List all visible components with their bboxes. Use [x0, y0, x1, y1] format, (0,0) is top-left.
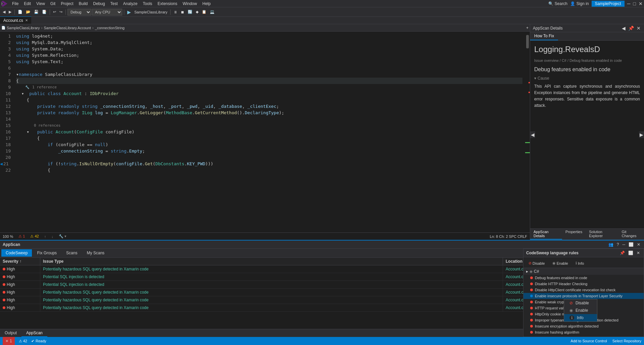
disable-btn[interactable]: ⊘ Disable	[526, 260, 547, 266]
menu-window[interactable]: Window	[180, 1, 200, 7]
menu-view[interactable]: View	[34, 1, 48, 7]
tab-my-scans[interactable]: My Scans	[82, 249, 109, 257]
codesweep-expand-btn[interactable]: ⬜	[627, 250, 634, 256]
extra-icon[interactable]: 🔧 ▾	[59, 234, 66, 239]
issue-link[interactable]: Potential SQL injection is detected	[43, 274, 104, 279]
cell-issue[interactable]: Potentially hazardous SQL query detected…	[40, 265, 503, 273]
info-btn[interactable]: ℹ Info	[573, 260, 586, 266]
issue-link[interactable]: Potentially hazardous SQL query detected…	[43, 305, 148, 310]
menu-tools[interactable]: Tools	[140, 1, 155, 7]
issue-breadcrumb[interactable]: Issue overview / C# / Debug features ena…	[534, 58, 640, 62]
editor-scrollbar[interactable]	[525, 32, 530, 232]
breadcrumb-member[interactable]: _connectionString	[95, 26, 125, 30]
toolbar-new-project[interactable]: 📄	[16, 9, 24, 15]
appscan-close-btn[interactable]: ✕	[636, 242, 641, 247]
toolbar-redo[interactable]: ↪	[58, 9, 64, 15]
toolbar-refresh[interactable]: 🔄	[186, 9, 194, 15]
cs-rule-item[interactable]: Debug features enabled in code	[523, 275, 644, 281]
breadcrumb-lib[interactable]: SampleClassLibrary	[7, 26, 40, 30]
toolbar-navigate-fwd[interactable]: ▶	[7, 9, 13, 15]
cs-rule-item[interactable]: Insecure encryption algorithm detected	[523, 323, 644, 329]
tab-output[interactable]: Output	[0, 330, 21, 337]
scrollbar-thumb[interactable]	[526, 35, 529, 48]
panel-collapse-btn[interactable]: ◀	[621, 25, 626, 32]
ctx-disable[interactable]: ⊘ Disable	[564, 299, 597, 307]
col-severity[interactable]: Severity ↑	[0, 258, 40, 265]
code-editor[interactable]: 12345 678910 1112131415 1617181920 ◀21 2…	[0, 32, 530, 232]
toolbar-save-all[interactable]: 📑	[41, 9, 48, 15]
select-repository[interactable]: Select Repository	[612, 339, 641, 343]
panel-close-btn[interactable]: ✕	[636, 25, 641, 32]
sign-in-button[interactable]: 👤 Sign in	[570, 1, 589, 6]
menu-build[interactable]: Build	[76, 1, 91, 7]
breadcrumb-add-icon[interactable]: +	[526, 26, 528, 30]
menu-file[interactable]: File	[9, 1, 21, 7]
menu-analyze[interactable]: Analyze	[121, 1, 140, 7]
config-dropdown[interactable]: Debug Release	[67, 9, 91, 15]
nav-down[interactable]: ↓	[51, 234, 53, 239]
cs-rule-item-highlighted[interactable]: Enable insecure protocols in Transport L…	[523, 293, 644, 299]
code-content[interactable]: using log4net; using MySql.Data.MySqlCli…	[13, 32, 525, 232]
cell-issue[interactable]: Potential SQL injection is detected	[40, 273, 503, 281]
add-source-control[interactable]: Add to Source Control	[571, 339, 607, 343]
tab-close-icon[interactable]: ✕	[25, 18, 28, 22]
codesweep-close-btn[interactable]: ✕	[636, 250, 641, 256]
codesweep-pin-btn[interactable]: 📌	[619, 250, 626, 256]
toolbar-save[interactable]: 💾	[33, 9, 40, 15]
toolbar-extra4[interactable]: 📋	[200, 9, 208, 15]
details-scroll-left[interactable]: ◀	[530, 131, 535, 138]
toolbar-extra2[interactable]: ⏹	[179, 9, 186, 15]
enable-btn[interactable]: ◉ Enable	[550, 260, 570, 266]
cs-rule-item[interactable]: Disable HttpClient certificate revocatio…	[523, 287, 644, 293]
panel-pin-btn[interactable]: 📌	[628, 25, 635, 32]
cs-rule-item[interactable]: Enable weak crypto i (TLS) ⊘ Disable ◉ E…	[523, 299, 644, 305]
cell-issue[interactable]: Potential SQL injection is detected	[40, 281, 503, 288]
tab-fix-groups[interactable]: Fix Groups	[33, 249, 61, 257]
minimize-button[interactable]: ─	[627, 1, 631, 6]
issue-link[interactable]: Potentially hazardous SQL query detected…	[43, 267, 148, 271]
cell-issue[interactable]: Potentially hazardous SQL query detected…	[40, 296, 503, 304]
menu-test[interactable]: Test	[108, 1, 121, 7]
issue-link[interactable]: Potentially hazardous SQL query detected…	[43, 298, 148, 302]
toolbar-extra1[interactable]: ⏸	[172, 9, 179, 15]
menu-project[interactable]: Project	[58, 1, 76, 7]
tab-git-changes[interactable]: Git Changes	[618, 229, 644, 240]
tab-appscan-details[interactable]: AppScan Details	[530, 229, 562, 240]
tab-scans[interactable]: Scans	[62, 249, 82, 257]
zoom-level[interactable]: 100 %	[3, 234, 13, 239]
cs-rule-item[interactable]: Disable HTTP Header Checking	[523, 281, 644, 287]
cause-label[interactable]: ▾ Cause	[534, 76, 640, 81]
details-scroll-right[interactable]: ▶	[639, 131, 644, 138]
appscan-users-icon[interactable]: 👥	[607, 242, 614, 247]
issue-link[interactable]: Potential SQL injection is detected	[43, 282, 104, 287]
menu-edit[interactable]: Edit	[21, 1, 34, 7]
nav-up[interactable]: ↑	[44, 234, 46, 239]
tab-solution-explorer[interactable]: Solution Explorer	[586, 229, 618, 240]
toolbar-undo[interactable]: ↩	[52, 9, 57, 15]
toolbar-extra5[interactable]: 💻	[209, 9, 216, 15]
toolbar-navigate-back[interactable]: ◀	[1, 9, 7, 15]
tab-how-to-fix[interactable]: How To Fix	[530, 32, 558, 40]
ctx-enable[interactable]: ◉ Enable	[564, 307, 597, 314]
search-button[interactable]: 🔍 Search	[548, 1, 567, 6]
cs-rule-item[interactable]: Insecure hashing algorithm	[523, 329, 644, 335]
ctx-info[interactable]: ℹ Info	[564, 314, 597, 321]
menu-extensions[interactable]: Extensions	[155, 1, 180, 7]
tab-properties[interactable]: Properties	[562, 229, 586, 240]
maximize-button[interactable]: □	[633, 1, 636, 6]
cell-issue[interactable]: Potentially hazardous SQL query detected…	[40, 304, 503, 311]
breadcrumb-class[interactable]: SampleClassLibrary.Account	[44, 26, 91, 30]
tab-codesweep[interactable]: CodeSweep	[1, 249, 32, 257]
tab-appscan-output[interactable]: AppScan	[21, 330, 47, 337]
appscan-expand-btn[interactable]: ⬜	[628, 242, 635, 247]
menu-help[interactable]: Help	[200, 1, 214, 7]
platform-dropdown[interactable]: Any CPU	[92, 9, 122, 15]
tab-account-cs[interactable]: Account.cs ✕	[0, 16, 32, 24]
issue-link[interactable]: Potentially hazardous SQL query detected…	[43, 290, 148, 295]
toolbar-extra3[interactable]: ◆	[194, 9, 200, 15]
close-button[interactable]: ✕	[639, 1, 643, 6]
appscan-collapse-btn[interactable]: ─	[621, 242, 626, 247]
toolbar-open[interactable]: 📂	[25, 9, 32, 15]
cell-issue[interactable]: Potentially hazardous SQL query detected…	[40, 289, 503, 296]
col-issue-type[interactable]: Issue Type	[40, 258, 503, 265]
